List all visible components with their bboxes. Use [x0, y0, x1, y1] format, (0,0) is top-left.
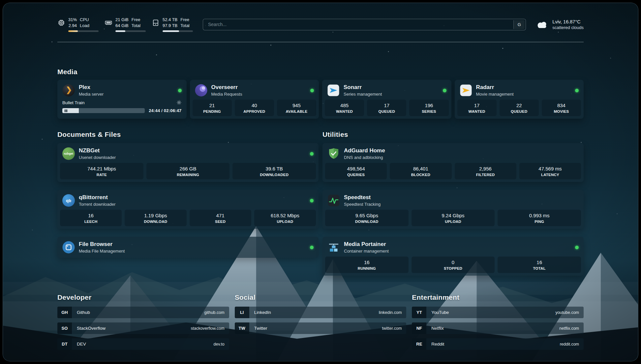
stat-value: 47.569 ms — [521, 166, 580, 171]
stat-tile: 266 GB REMAINING — [146, 163, 230, 179]
stat-label: UPLOAD — [413, 220, 494, 224]
bookmark-url: youtube.com — [555, 310, 579, 315]
bookmark-name: Twitter — [254, 326, 267, 331]
app-name: Media Portainer — [344, 241, 389, 248]
app-card-adguard[interactable]: AdGuard Home DNS and adblocking 498,564 … — [322, 143, 584, 182]
dashboard-content: 31% 2.94 CPU Load — [3, 3, 638, 361]
status-dot — [310, 199, 314, 202]
stat-tile: 22 QUEUED — [500, 100, 539, 116]
section-utilities: Utilities AdGuard Home — [322, 131, 584, 276]
twitter-icon: TW — [235, 322, 249, 334]
stat-tile: 618.52 Mbps UPLOAD — [254, 210, 316, 226]
stat-tile: 498,564 QUERIES — [325, 163, 387, 179]
disk-total-label: Total — [180, 23, 189, 29]
stat-tile: 471 SEED — [190, 210, 251, 226]
bookmark-row-youtube[interactable]: YT YouTube youtube.com — [412, 307, 584, 318]
search-input[interactable] — [204, 22, 513, 27]
app-card-filebrowser[interactable]: File Browser Media File Management — [57, 237, 319, 258]
stat-label: WANTED — [326, 109, 363, 113]
stat-tile: 16 TOTAL — [498, 257, 581, 273]
bookmark-url: reddit.com — [560, 342, 579, 347]
pause-button[interactable] — [65, 109, 67, 112]
app-card-qbittorrent[interactable]: qb qBittorrent Torrent downloader 16 LEE… — [57, 190, 319, 229]
stat-tile: 196 SERIES — [409, 100, 448, 116]
stat-value: 196 — [411, 103, 447, 108]
playback-time: 24:44 / 02:06:47 — [149, 108, 181, 113]
stat-label: PENDING — [194, 109, 230, 113]
bookmark-row-netflix[interactable]: NF Netflix netflix.com — [412, 322, 584, 334]
memory-progress-track — [115, 30, 146, 32]
app-card-speedtest[interactable]: Speedtest Speedtest Tracking 9.65 Gbps D… — [322, 190, 584, 229]
stat-value: 0 — [413, 259, 494, 265]
app-name: AdGuard Home — [344, 147, 385, 154]
stat-tile: 39.6 TB DOWNLOADED — [232, 163, 316, 179]
stat-value: 21 — [194, 103, 230, 108]
stat-tile: 9.65 Gbps DOWNLOAD — [325, 210, 409, 226]
search-bar: G — [203, 19, 526, 30]
stat-label: RUNNING — [326, 266, 407, 270]
app-description: Media Requests — [211, 92, 242, 97]
stat-tile: 744.21 Mbps RATE — [60, 163, 143, 179]
stat-value: 16 — [61, 213, 120, 218]
memory-free-label: Free — [132, 17, 140, 23]
stat-tile: 9.24 Gbps UPLOAD — [412, 210, 495, 226]
stat-value: 471 — [191, 213, 250, 218]
bookmark-url: twitter.com — [382, 326, 402, 331]
stat-label: APPROVED — [236, 109, 273, 113]
bookmark-row-stackoverflow[interactable]: SO StackOverflow stackoverflow.com — [57, 322, 229, 334]
app-description: Usenet downloader — [79, 155, 116, 160]
bookmark-row-linkedin[interactable]: LI LinkedIn linkedin.com — [235, 307, 407, 318]
app-name: Speedtest — [344, 194, 381, 201]
memory-progress-fill — [115, 30, 125, 32]
status-dot — [575, 89, 579, 92]
disk-free-value: 52.4 TB — [163, 17, 177, 23]
bookmark-url: dev.to — [214, 342, 225, 347]
bookmark-row-twitter[interactable]: TW Twitter twitter.com — [235, 322, 407, 334]
playback-progress-bar[interactable] — [62, 108, 145, 113]
bookmark-url: linkedin.com — [379, 310, 402, 315]
stat-value: 16 — [499, 259, 580, 265]
bookmark-name: Netflix — [431, 326, 444, 331]
stat-label: DOWNLOAD — [126, 220, 185, 224]
section-title-media: Media — [57, 68, 584, 76]
bookmark-name: Reddit — [431, 342, 444, 347]
app-name: NZBGet — [79, 147, 116, 154]
bookmark-row-dev[interactable]: DT DEV dev.to — [57, 338, 229, 350]
weather-widget: Lviv, 16.87°C scattered clouds — [536, 19, 584, 30]
disk-progress-track — [163, 30, 193, 32]
speedtest-icon — [327, 194, 340, 207]
app-card-overseerr[interactable]: Overseerr Media Requests 21 PENDING 40 A… — [190, 80, 319, 119]
adguard-icon — [327, 147, 340, 160]
app-description: Media File Management — [79, 249, 125, 254]
app-description: Torrent downloader — [79, 202, 115, 207]
app-card-plex[interactable]: Plex Media server Bullet Train — [57, 80, 187, 119]
stat-label: QUERIES — [326, 173, 385, 177]
stat-label: BLOCKED — [391, 173, 450, 177]
app-name: Overseerr — [211, 84, 242, 91]
disk-icon — [152, 19, 160, 27]
app-card-radarr[interactable]: Radarr Movie management 17 WANTED 22 QUE… — [455, 80, 584, 119]
weather-condition: scattered clouds — [552, 25, 584, 30]
gear-icon[interactable] — [176, 100, 182, 105]
disk-free-label: Free — [180, 17, 189, 23]
bookmark-row-github[interactable]: GH Github github.com — [57, 307, 229, 318]
memory-widget: 21 GiB 64 GiB Free Total — [105, 17, 146, 32]
app-card-portainer[interactable]: Media Portainer Container management 16 … — [322, 237, 584, 276]
bookmark-row-reddit[interactable]: RE Reddit reddit.com — [412, 338, 584, 350]
youtube-icon: YT — [412, 307, 426, 318]
app-card-sonarr[interactable]: Sonarr Series management 485 WANTED 17 Q… — [322, 80, 451, 119]
stat-value: 40 — [236, 103, 273, 108]
stat-value: 86,401 — [391, 166, 450, 171]
stat-tile: 21 PENDING — [193, 100, 232, 116]
search-engine-button[interactable]: G — [513, 20, 525, 29]
filebrowser-icon — [62, 241, 75, 254]
app-name: qBittorrent — [79, 194, 115, 201]
stat-tile: 40 APPROVED — [235, 100, 274, 116]
cpu-icon — [57, 19, 65, 27]
stat-tile: 485 WANTED — [325, 100, 364, 116]
disk-total-value: 97.9 TB — [163, 23, 177, 29]
stat-tile: 47.569 ms LATENCY — [519, 163, 581, 179]
app-description: Speedtest Tracking — [344, 202, 381, 207]
stat-label: RATE — [61, 173, 142, 177]
app-card-nzbget[interactable]: nzbget NZBGet Usenet downloader 744.21 M… — [57, 143, 319, 182]
